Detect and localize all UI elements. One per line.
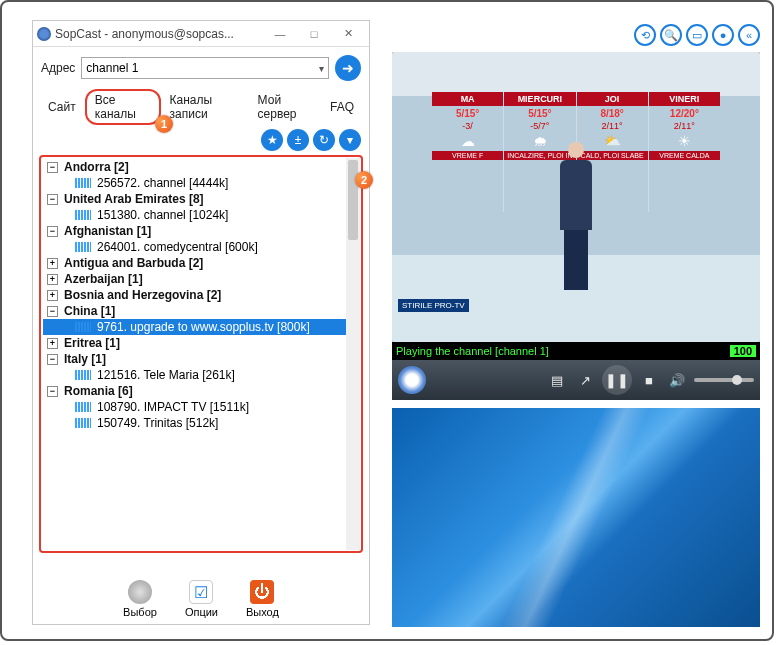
signal-icon (75, 242, 91, 252)
buffer-value: 100 (730, 345, 756, 357)
pause-button[interactable]: ❚❚ (602, 365, 632, 395)
toggle-icon[interactable]: − (47, 386, 58, 397)
forecast-day: MA5/15°-3/☁VREME F (432, 92, 503, 212)
callout-2: 2 (355, 171, 373, 189)
player-panel: ⟲ 🔍 ▭ ● « MA5/15°-3/☁VREME FMIERCURI5/15… (392, 20, 760, 627)
tab-all-channels[interactable]: Все каналы (85, 89, 161, 125)
reload-button[interactable]: ⟲ (634, 24, 656, 46)
toggle-icon[interactable]: + (47, 338, 58, 349)
channel-item[interactable]: 151380. channel [1024k] (43, 207, 359, 223)
tree-group[interactable]: −United Arab Emirates [8] (43, 191, 359, 207)
window-title: SopCast - anonymous@sopcas... (55, 27, 263, 41)
zoom-button[interactable]: 🔍 (660, 24, 682, 46)
exit-icon: ⏻ (250, 580, 274, 604)
signal-icon (75, 402, 91, 412)
select-icon (128, 580, 152, 604)
toggle-icon[interactable]: + (47, 290, 58, 301)
exit-action[interactable]: ⏻ Выход (246, 580, 279, 618)
signal-icon (75, 210, 91, 220)
signal-icon (75, 178, 91, 188)
address-combo[interactable]: channel 1 (81, 57, 329, 79)
toggle-icon[interactable]: + (47, 258, 58, 269)
refresh-button[interactable]: ↻ (313, 129, 335, 151)
collapse-button[interactable]: « (738, 24, 760, 46)
status-bar: Playing the channel [channel 1] 100 (392, 342, 760, 360)
titlebar: SopCast - anonymous@sopcas... — □ ✕ (33, 21, 369, 47)
tree-group[interactable]: −China [1] (43, 303, 359, 319)
tree-group[interactable]: +Eritrea [1] (43, 335, 359, 351)
sopcast-window: SopCast - anonymous@sopcas... — □ ✕ Адре… (32, 20, 370, 625)
close-button[interactable]: ✕ (331, 23, 365, 45)
signal-icon (75, 418, 91, 428)
tab-site[interactable]: Сайт (41, 96, 83, 118)
channel-tree[interactable]: −Andorra [2]256572. channel [4444k]−Unit… (39, 155, 363, 553)
channel-item[interactable]: 264001. comedycentral [600k] (43, 239, 359, 255)
minimize-button[interactable]: — (263, 23, 297, 45)
volume-slider[interactable] (694, 378, 754, 382)
channel-item[interactable]: 108790. IMPACT TV [1511k] (43, 399, 359, 415)
toggle-icon[interactable]: − (47, 194, 58, 205)
tab-faq[interactable]: FAQ (323, 96, 361, 118)
tab-my-server[interactable]: Мой сервер (251, 89, 321, 125)
signal-icon (75, 370, 91, 380)
record-button[interactable]: ● (712, 24, 734, 46)
add-remove-button[interactable]: ± (287, 129, 309, 151)
presenter (556, 142, 596, 292)
channel-item[interactable]: 121516. Tele Maria [261k] (43, 367, 359, 383)
options-icon: ☑ (189, 580, 213, 604)
popout-button[interactable]: ↗ (574, 369, 596, 391)
status-text: Playing the channel [channel 1] (396, 345, 730, 357)
player-controls: ▤ ↗ ❚❚ ■ 🔊 (392, 360, 760, 400)
tree-group[interactable]: +Bosnia and Herzegovina [2] (43, 287, 359, 303)
options-action[interactable]: ☑ Опции (185, 580, 218, 618)
address-label: Адрес (41, 61, 75, 75)
toggle-icon[interactable]: − (47, 306, 58, 317)
maximize-button[interactable]: □ (297, 23, 331, 45)
tree-group[interactable]: −Afghanistan [1] (43, 223, 359, 239)
channel-item[interactable]: 256572. channel [4444k] (43, 175, 359, 191)
sopcast-logo-icon (398, 366, 426, 394)
tree-group[interactable]: −Italy [1] (43, 351, 359, 367)
callout-1: 1 (155, 115, 173, 133)
toggle-icon[interactable]: − (47, 226, 58, 237)
tree-group[interactable]: +Antigua and Barbuda [2] (43, 255, 359, 271)
forecast-day: VINERI12/20°2/11°☀VREME CALDA (648, 92, 720, 212)
tree-scrollbar[interactable] (346, 158, 360, 550)
select-action[interactable]: Выбор (123, 580, 157, 618)
channel-item[interactable]: 150749. Trinitas [512k] (43, 415, 359, 431)
stop-button[interactable]: ■ (638, 369, 660, 391)
channel-item[interactable]: 9761. upgrade to www.sopplus.tv [800k] (43, 319, 359, 335)
favorite-button[interactable]: ★ (261, 129, 283, 151)
toggle-icon[interactable]: + (47, 274, 58, 285)
toggle-icon[interactable]: − (47, 162, 58, 173)
video-area[interactable]: MA5/15°-3/☁VREME FMIERCURI5/15°-5/7°🌧INC… (392, 52, 760, 342)
signal-icon (75, 322, 91, 332)
tab-record[interactable]: Каналы записи (163, 89, 249, 125)
playlist-button[interactable]: ▤ (546, 369, 568, 391)
tree-group[interactable]: −Andorra [2] (43, 159, 359, 175)
tree-group[interactable]: +Azerbaijan [1] (43, 271, 359, 287)
expand-button[interactable]: ▾ (339, 129, 361, 151)
app-icon (37, 27, 51, 41)
volume-icon[interactable]: 🔊 (666, 369, 688, 391)
window-mode-button[interactable]: ▭ (686, 24, 708, 46)
toggle-icon[interactable]: − (47, 354, 58, 365)
go-button[interactable]: ➜ (335, 55, 361, 81)
tree-group[interactable]: −Romania [6] (43, 383, 359, 399)
desktop-background (392, 408, 760, 627)
tab-bar: Сайт Все каналы Каналы записи Мой сервер… (33, 83, 369, 125)
channel-logo: STIRILE PRO-TV (398, 299, 469, 312)
